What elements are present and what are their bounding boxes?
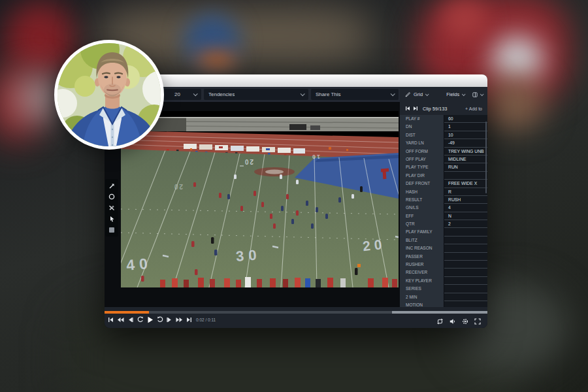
grid-field-value[interactable]: 2 bbox=[444, 220, 487, 228]
grid-field-label: PLAY # bbox=[400, 115, 444, 123]
tendencies-dropdown[interactable]: Tendencies bbox=[204, 89, 308, 100]
grid-field-value[interactable]: FREE WIDE X bbox=[444, 180, 487, 188]
grid-row[interactable]: INC REASON bbox=[400, 244, 487, 252]
grid-field-value[interactable] bbox=[444, 253, 487, 261]
grid-field-label: DN bbox=[400, 123, 444, 131]
add-to-button[interactable]: + Add to bbox=[465, 106, 482, 111]
transport-bar: 0:02 / 0:11 bbox=[105, 307, 487, 328]
chevron-down-icon bbox=[193, 91, 198, 96]
skip-to-start-button[interactable] bbox=[107, 316, 114, 323]
skip-to-end-button[interactable] bbox=[186, 316, 193, 323]
grid-row[interactable]: PASSER bbox=[400, 253, 487, 261]
layout-toggle-button[interactable] bbox=[472, 92, 483, 97]
step-back-button[interactable] bbox=[127, 316, 134, 323]
grid-row[interactable]: OFF FORM TREY WING UNB bbox=[400, 148, 487, 155]
grid-field-value[interactable] bbox=[444, 301, 487, 307]
grid-row[interactable]: PLAY DIR bbox=[400, 172, 487, 180]
grid-field-value[interactable] bbox=[444, 237, 487, 244]
grid-field-label: RESULT bbox=[400, 196, 444, 204]
grid-field-value[interactable]: N bbox=[444, 212, 487, 220]
grid-row[interactable]: PLAY TYPE RUN bbox=[400, 163, 487, 171]
fullscreen-icon bbox=[474, 318, 481, 325]
grid-row[interactable]: DIST 10 bbox=[400, 131, 487, 139]
playlist-dropdown-label: 20 bbox=[174, 91, 180, 97]
grid-field-value[interactable] bbox=[444, 277, 487, 285]
grid-row[interactable]: HASH R bbox=[400, 188, 487, 196]
grid-field-value[interactable] bbox=[444, 261, 487, 269]
hide-drawings-button[interactable] bbox=[108, 204, 116, 212]
video-player[interactable]: 20 20 10 40 30 20 bbox=[105, 102, 400, 307]
grid-row[interactable]: 2 MIN bbox=[400, 293, 487, 301]
grid-field-label: PLAY FAMILY bbox=[400, 228, 444, 236]
grid-field-value[interactable] bbox=[444, 269, 487, 276]
loop-button[interactable] bbox=[436, 316, 444, 327]
fullscreen-button[interactable] bbox=[474, 316, 481, 327]
grid-field-value[interactable] bbox=[444, 285, 487, 293]
grid-field-value[interactable]: -49 bbox=[444, 139, 487, 147]
pointer-tool-button[interactable] bbox=[108, 215, 116, 222]
grid-row[interactable]: DEF FRONT FREE WIDE X bbox=[400, 180, 487, 188]
grid-field-value[interactable]: 1 bbox=[444, 123, 487, 131]
video-analysis-window: 20 Tendencies Share This Grid bbox=[105, 74, 487, 328]
grid-field-label: YARD LN bbox=[400, 139, 444, 147]
next-clip-button[interactable] bbox=[413, 106, 418, 111]
grid-row[interactable]: YARD LN -49 bbox=[400, 139, 487, 147]
grid-field-value[interactable]: RUSH bbox=[444, 196, 487, 204]
replay-5-button[interactable] bbox=[137, 316, 144, 323]
grid-row[interactable]: SERIES bbox=[400, 285, 487, 293]
seek-bar[interactable] bbox=[105, 311, 487, 314]
grid-field-value[interactable] bbox=[444, 172, 487, 180]
grid-row[interactable]: OFF PLAY MIDLINE bbox=[400, 155, 487, 163]
grid-row[interactable]: PLAY # 60 bbox=[400, 115, 487, 123]
grid-row[interactable]: BLITZ bbox=[400, 237, 487, 244]
grid-row[interactable]: KEY PLAYER bbox=[400, 277, 487, 285]
grid-field-value[interactable] bbox=[444, 244, 487, 252]
settings-button[interactable] bbox=[462, 316, 468, 327]
grid-field-value[interactable]: R bbox=[444, 188, 487, 196]
grid-field-value[interactable]: 4 bbox=[444, 204, 487, 212]
forward-5-button[interactable] bbox=[156, 316, 163, 323]
grid-field-value[interactable]: MIDLINE bbox=[444, 155, 487, 163]
grid-row[interactable]: PLAY FAMILY bbox=[400, 228, 487, 236]
previous-clip-button[interactable] bbox=[405, 106, 410, 111]
near-yard-number: 40 bbox=[125, 255, 153, 274]
grid-field-label: DEF FRONT bbox=[400, 180, 444, 188]
far-yard-number: 10 bbox=[311, 154, 320, 160]
grid-field-value[interactable]: RUN bbox=[444, 163, 487, 171]
circle-tool-button[interactable] bbox=[108, 193, 116, 201]
grid-row[interactable]: RESULT RUSH bbox=[400, 196, 487, 204]
background-blur-red-helmet-right bbox=[442, 0, 487, 39]
grid-menu-button[interactable]: Grid bbox=[405, 91, 428, 97]
play-button[interactable] bbox=[146, 316, 154, 323]
fields-menu-button[interactable]: Fields bbox=[446, 91, 465, 97]
step-forward-button[interactable] bbox=[166, 316, 173, 323]
grid-field-value[interactable]: 60 bbox=[444, 115, 487, 123]
far-yard-number: 20 bbox=[244, 158, 253, 165]
video-frame[interactable]: 20 20 10 40 30 20 bbox=[121, 111, 399, 287]
grid-row[interactable]: RUSHER bbox=[400, 261, 487, 269]
grid-row[interactable]: QTR 2 bbox=[400, 220, 487, 228]
tendencies-dropdown-label: Tendencies bbox=[208, 91, 235, 97]
grid-field-value[interactable] bbox=[444, 293, 487, 301]
grid-field-value[interactable]: TREY WING UNB bbox=[444, 148, 487, 155]
grid-row[interactable]: GN/LS 4 bbox=[400, 204, 487, 212]
share-this-dropdown[interactable]: Share This bbox=[311, 89, 399, 100]
grid-field-label: BLITZ bbox=[400, 237, 444, 244]
rewind-button[interactable] bbox=[117, 316, 124, 323]
fast-forward-button[interactable] bbox=[176, 316, 183, 323]
fast-forward-icon bbox=[176, 317, 183, 323]
grid-field-value[interactable] bbox=[444, 228, 487, 236]
pencil-icon bbox=[405, 91, 411, 97]
grid-horizontal-scrollbar[interactable] bbox=[392, 311, 487, 314]
grid-row[interactable]: RECEIVER bbox=[400, 269, 487, 276]
grid-row[interactable]: EFF N bbox=[400, 212, 487, 220]
gear-icon bbox=[462, 318, 468, 325]
grid-field-value[interactable]: 10 bbox=[444, 131, 487, 139]
volume-button[interactable] bbox=[449, 316, 456, 327]
grid-row[interactable]: DN 1 bbox=[400, 123, 487, 131]
far-yard-number: 20 bbox=[173, 183, 183, 190]
color-swatch-button[interactable] bbox=[108, 226, 116, 233]
arrow-tool-button[interactable] bbox=[108, 182, 116, 189]
sidebar-scrollbar[interactable] bbox=[485, 122, 487, 193]
grid-row[interactable]: MOTION bbox=[400, 301, 487, 307]
